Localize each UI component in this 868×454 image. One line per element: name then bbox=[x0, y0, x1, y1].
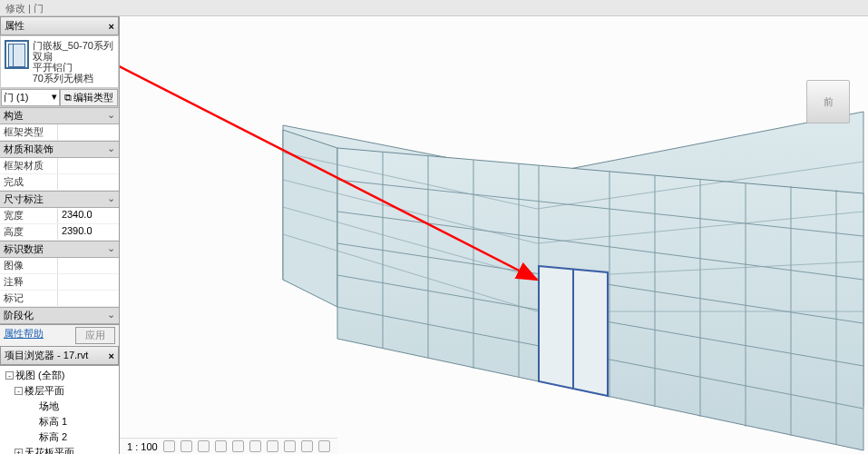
prop-image-label: 图像 bbox=[0, 258, 57, 273]
browser-panel-header[interactable]: 项目浏览器 - 17.rvt × bbox=[0, 346, 119, 365]
category-selector[interactable]: 门 (1) ▾ bbox=[1, 89, 60, 106]
edit-type-icon: ⧉ bbox=[64, 92, 72, 104]
view-control-bar: 1 : 100 bbox=[120, 438, 337, 454]
tree-node-site[interactable]: 场地 bbox=[2, 399, 117, 414]
tree-node-views-all[interactable]: -视图 (全部) bbox=[2, 368, 117, 383]
prop-frame-type-label: 框架类型 bbox=[0, 124, 57, 140]
prop-frame-type-value[interactable] bbox=[57, 124, 119, 140]
section-dimensions[interactable]: 尺寸标注⌄ bbox=[0, 191, 119, 208]
tree-node-label: 天花板平面 bbox=[24, 446, 74, 454]
apply-button[interactable]: 应用 bbox=[75, 327, 115, 344]
properties-grid: 构造⌄ 框架类型 材质和装饰⌄ 框架材质 完成 尺寸标注⌄ 宽度2340.0 高… bbox=[0, 107, 119, 324]
temp-hide-icon[interactable] bbox=[301, 440, 313, 452]
detail-level-icon[interactable] bbox=[163, 440, 175, 452]
close-icon[interactable]: × bbox=[109, 21, 114, 32]
browser-title: 项目浏览器 - 17.rvt bbox=[5, 349, 88, 362]
scale-label[interactable]: 1 : 100 bbox=[127, 441, 158, 452]
tree-node-label: 楼层平面 bbox=[24, 384, 64, 398]
tree-toggle-icon[interactable]: + bbox=[15, 449, 23, 454]
family-name-2: 平开铝门 bbox=[33, 62, 114, 73]
properties-help-link[interactable]: 属性帮助 bbox=[4, 327, 44, 344]
expand-icon[interactable]: ⌄ bbox=[107, 192, 115, 206]
crop-region-icon[interactable] bbox=[267, 440, 278, 452]
prop-comments-label: 注释 bbox=[0, 274, 57, 290]
edit-type-button[interactable]: ⧉ 编辑类型 bbox=[60, 89, 118, 106]
properties-panel-header[interactable]: 属性 × bbox=[0, 16, 119, 35]
selected-door[interactable] bbox=[539, 266, 608, 396]
prop-finish-label: 完成 bbox=[0, 174, 57, 190]
expand-icon[interactable]: ⌄ bbox=[107, 242, 115, 256]
tree-node-label: 标高 2 bbox=[39, 430, 67, 444]
section-phasing[interactable]: 阶段化⌄ bbox=[0, 307, 119, 324]
prop-comments-value[interactable] bbox=[57, 274, 119, 290]
tree-node-label: 视图 (全部) bbox=[15, 369, 64, 382]
crop-view-icon[interactable] bbox=[249, 440, 261, 452]
sun-path-icon[interactable] bbox=[198, 440, 210, 452]
expand-icon[interactable]: ⌄ bbox=[107, 109, 115, 123]
tree-toggle-icon[interactable]: - bbox=[15, 387, 23, 395]
section-materials[interactable]: 材质和装饰⌄ bbox=[0, 141, 119, 158]
family-type: 70系列无横档 bbox=[33, 73, 114, 84]
expand-icon[interactable]: ⌄ bbox=[107, 309, 115, 322]
left-sidebar: 属性 × 门嵌板_50-70系列双扇 平开铝门 70系列无横档 门 (1) ▾ … bbox=[0, 16, 120, 454]
tree-toggle-icon[interactable]: - bbox=[5, 371, 14, 380]
prop-height-label: 高度 bbox=[0, 224, 57, 240]
project-browser[interactable]: -视图 (全部)-楼层平面场地标高 1标高 2+天花板平面+三维视图+立面 (建… bbox=[0, 365, 119, 454]
3d-viewport[interactable]: 前 1 : 100 bbox=[120, 16, 868, 454]
prop-image-value[interactable] bbox=[57, 258, 119, 273]
prop-mark-label: 标记 bbox=[0, 291, 57, 306]
prop-width-value[interactable]: 2340.0 bbox=[57, 208, 119, 223]
tree-node-ceiling-plans[interactable]: +天花板平面 bbox=[2, 445, 117, 454]
view-cube[interactable]: 前 bbox=[806, 80, 850, 123]
rendering-icon[interactable] bbox=[232, 440, 244, 452]
prop-frame-material-label: 框架材质 bbox=[0, 158, 57, 173]
section-constraints[interactable]: 构造⌄ bbox=[0, 107, 119, 124]
prop-finish-value[interactable] bbox=[57, 174, 119, 190]
expand-icon[interactable]: ⌄ bbox=[107, 143, 115, 156]
door-icon bbox=[5, 40, 29, 69]
family-name-1: 门嵌板_50-70系列双扇 bbox=[33, 40, 114, 62]
viewcube-face-label: 前 bbox=[824, 95, 834, 109]
tree-node-label: 标高 1 bbox=[39, 415, 67, 429]
type-selector-text: 门嵌板_50-70系列双扇 平开铝门 70系列无横档 bbox=[33, 40, 114, 84]
category-selector-label: 门 (1) bbox=[4, 91, 29, 104]
visual-style-icon[interactable] bbox=[180, 440, 192, 452]
edit-type-label: 编辑类型 bbox=[73, 91, 113, 104]
reveal-hidden-icon[interactable] bbox=[318, 440, 330, 452]
prop-frame-material-value[interactable] bbox=[57, 158, 119, 173]
model-view bbox=[120, 16, 868, 454]
title-bar: 修改 | 门 bbox=[0, 0, 868, 16]
tree-node-floor-plans[interactable]: -楼层平面 bbox=[2, 383, 117, 399]
lock-view-icon[interactable] bbox=[284, 440, 296, 452]
properties-title: 属性 bbox=[5, 19, 24, 33]
close-icon[interactable]: × bbox=[109, 350, 114, 361]
section-identity[interactable]: 标识数据⌄ bbox=[0, 241, 119, 258]
svg-marker-2 bbox=[283, 130, 337, 307]
prop-width-label: 宽度 bbox=[0, 208, 57, 223]
type-selector-card[interactable]: 门嵌板_50-70系列双扇 平开铝门 70系列无横档 bbox=[0, 35, 119, 88]
prop-mark-value[interactable] bbox=[57, 291, 119, 306]
tree-node-level-2[interactable]: 标高 2 bbox=[2, 429, 117, 445]
title-text: 修改 | 门 bbox=[5, 3, 44, 14]
shadows-icon[interactable] bbox=[215, 440, 227, 452]
tree-node-level-1[interactable]: 标高 1 bbox=[2, 414, 117, 429]
chevron-down-icon: ▾ bbox=[52, 91, 57, 104]
tree-node-label: 场地 bbox=[39, 400, 59, 413]
prop-height-value[interactable]: 2390.0 bbox=[57, 224, 119, 240]
